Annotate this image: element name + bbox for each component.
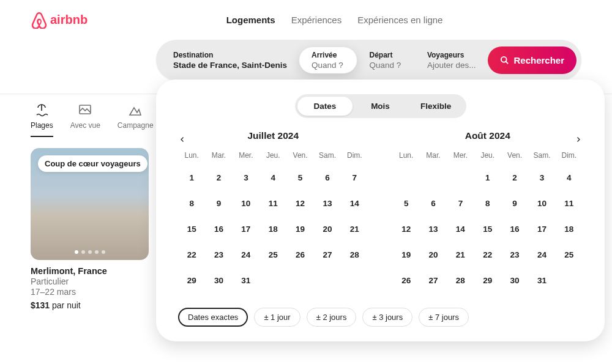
calendar-day[interactable]: 6 [314,165,341,190]
calendar-day[interactable]: 23 [501,242,528,267]
calendar-day[interactable]: 26 [393,267,420,293]
calendar-day[interactable]: 30 [501,267,528,293]
calendar-day[interactable]: 11 [259,190,286,216]
calendar-day[interactable]: 17 [528,216,555,242]
calendar-day[interactable]: 7 [341,165,368,190]
calendar-day[interactable]: 17 [233,216,259,242]
calendar-day[interactable]: 28 [341,242,368,267]
calendar-day[interactable]: 25 [259,242,286,267]
flex-plus-7[interactable]: ± 7 jours [419,308,469,327]
dow-cell: Mer. [447,151,474,160]
calendar-day[interactable]: 10 [233,190,259,216]
calendar-day[interactable]: 31 [233,267,259,293]
calendar-day[interactable]: 16 [501,216,528,242]
calendar-day[interactable]: 2 [501,165,528,190]
category-avec-vue[interactable]: Avec vue [70,103,100,137]
calendar-day[interactable]: 28 [447,267,474,293]
calendar-day[interactable]: 29 [474,267,501,293]
calendar-day[interactable]: 19 [286,216,313,242]
destination-value: Stade de France, Saint-Denis [173,61,287,70]
search-arrival[interactable]: Arrivée Quand ? [299,47,357,73]
calendar-day[interactable]: 18 [259,216,286,242]
nav-logements[interactable]: Logements [226,11,275,29]
calendar-day[interactable]: 4 [259,165,286,190]
listing-price: $131 par nuit [31,300,149,310]
calendar-day[interactable]: 1 [178,165,205,190]
prev-month-button[interactable] [174,132,190,147]
calendar-day[interactable]: 21 [447,242,474,267]
calendar-day[interactable]: 8 [474,190,501,216]
depart-label: Départ [369,51,402,59]
arrival-value: Quand ? [312,61,345,70]
flex-plus-3[interactable]: ± 3 jours [362,308,412,327]
calendar-months: Juillet 2024 Lun.Mar.Mer.Jeu.Ven.Sam.Dim… [178,130,583,293]
calendar-day[interactable]: 22 [474,242,501,267]
calendar-day[interactable]: 7 [447,190,474,216]
calendar-day[interactable]: 22 [178,242,205,267]
calendar-day[interactable]: 2 [205,165,232,190]
calendar-day[interactable]: 24 [233,242,259,267]
flex-plus-2[interactable]: ± 2 jours [307,308,357,327]
calendar-day[interactable]: 6 [420,190,447,216]
search-bar-wrap: Destination Stade de France, Saint-Denis… [0,40,612,80]
calendar-day[interactable]: 8 [178,190,205,216]
listing-card[interactable]: Coup de cœur voyageurs Merlimont, France… [31,148,149,310]
search-button[interactable]: Rechercher [488,46,577,74]
calendar-day[interactable]: 25 [556,242,583,267]
dow-cell: Sam. [528,151,555,160]
calendar-day[interactable]: 27 [420,267,447,293]
calendar-day[interactable]: 13 [420,216,447,242]
calendar-day[interactable]: 30 [205,267,232,293]
logo[interactable]: airbnb [31,12,88,29]
nav-online-experiences[interactable]: Expériences en ligne [357,11,442,29]
calendar-day[interactable]: 26 [286,242,313,267]
calendar-day[interactable]: 3 [528,165,555,190]
calendar-day[interactable]: 3 [233,165,259,190]
calendar-day[interactable]: 5 [286,165,313,190]
calendar-day[interactable]: 12 [286,190,313,216]
calendar-day[interactable]: 14 [447,216,474,242]
calendar-day[interactable]: 14 [341,190,368,216]
toggle-mois[interactable]: Mois [353,97,408,116]
header: airbnb Logements Expériences Expériences… [0,0,612,40]
category-plages[interactable]: Plages [31,103,53,137]
calendar-day[interactable]: 13 [314,190,341,216]
calendar-day[interactable]: 21 [341,216,368,242]
calendar-day[interactable]: 18 [556,216,583,242]
calendar-day[interactable]: 12 [393,216,420,242]
calendar-day[interactable]: 9 [205,190,232,216]
calendar-day[interactable]: 4 [556,165,583,190]
calendar-day[interactable]: 1 [474,165,501,190]
calendar-day[interactable]: 27 [314,242,341,267]
search-depart[interactable]: Départ Quand ? [357,47,414,73]
calendar-day[interactable]: 20 [420,242,447,267]
search-destination[interactable]: Destination Stade de France, Saint-Denis [161,47,299,73]
flex-exact[interactable]: Dates exactes [178,308,248,327]
calendar-day[interactable]: 20 [314,216,341,242]
day-blank [393,165,420,190]
calendar-day[interactable]: 31 [528,267,555,293]
toggle-flexible[interactable]: Flexible [408,97,464,116]
calendar-day[interactable]: 16 [205,216,232,242]
category-campagne[interactable]: Campagne [118,103,154,137]
calendar-day[interactable]: 19 [393,242,420,267]
dow-cell: Sam. [314,151,341,160]
dow-cell: Lun. [393,151,420,160]
nav-experiences[interactable]: Expériences [291,11,342,29]
flex-plus-1[interactable]: ± 1 jour [254,308,300,327]
calendar-day[interactable]: 9 [501,190,528,216]
calendar-day[interactable]: 23 [205,242,232,267]
dow-cell: Lun. [178,151,205,160]
calendar-day[interactable]: 5 [393,190,420,216]
calendar-day[interactable]: 29 [178,267,205,293]
calendar-day[interactable]: 15 [178,216,205,242]
toggle-dates[interactable]: Dates [297,97,353,116]
dow-cell: Mer. [233,151,259,160]
listing-dates: 17–22 mars [31,287,149,297]
calendar-day[interactable]: 24 [528,242,555,267]
calendar-day[interactable]: 10 [528,190,555,216]
search-travelers[interactable]: Voyageurs Ajouter des... [415,47,488,73]
calendar-day[interactable]: 11 [556,190,583,216]
calendar-day[interactable]: 15 [474,216,501,242]
next-month-button[interactable] [570,132,586,147]
